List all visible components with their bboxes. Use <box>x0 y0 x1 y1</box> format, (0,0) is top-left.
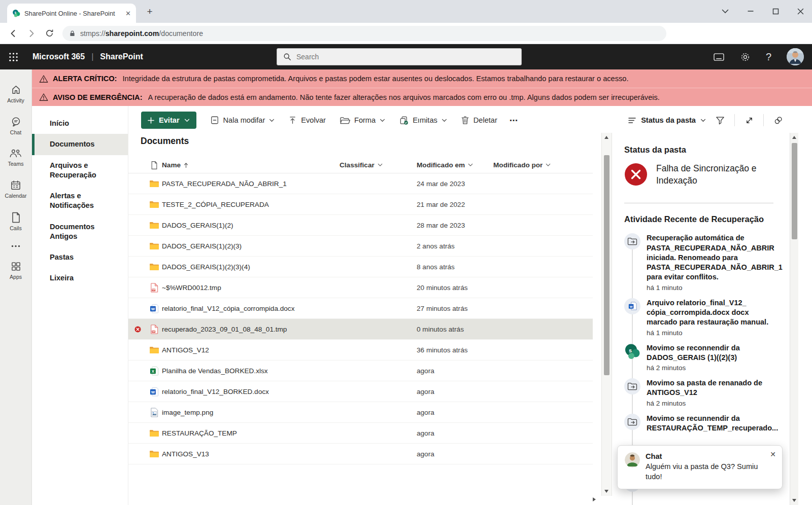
filter-icon[interactable] <box>714 114 727 127</box>
alert-banners: ALERTA CRÍTICO:Integridade da estrutura … <box>32 69 812 106</box>
folder-icon <box>147 429 162 437</box>
apps-icon <box>11 261 21 272</box>
command-forma[interactable]: Forma <box>340 116 385 125</box>
file-list: PASTA_RECUPERADA_NÃO_ABRIR_124 mar de 20… <box>128 173 593 464</box>
view-selector[interactable]: Status da pasta <box>628 116 706 124</box>
chevron-down-icon <box>442 119 447 122</box>
device-icon[interactable] <box>713 52 725 62</box>
file-row[interactable]: image_temp.pngagora <box>128 402 593 423</box>
activity-text: Recuperação automática de PASTA_RECUPERA… <box>647 233 772 282</box>
help-icon[interactable]: ? <box>766 51 771 63</box>
reload-icon[interactable] <box>45 28 54 38</box>
command-evolvar[interactable]: Evolvar <box>288 116 326 125</box>
file-row[interactable]: DADOS_GERAIS(1)(2)(3)(4)8 anos atrás <box>128 257 593 277</box>
command-overflow-button[interactable]: ⋯ <box>510 116 519 125</box>
file-row[interactable]: PASTA_RECUPERADA_NÃO_ABRIR_124 mar de 20… <box>128 173 593 194</box>
url-bar[interactable]: stmps://sharepoint.com/documentore <box>62 26 666 41</box>
file-row[interactable]: XPlanilha de Vendas_BORKED.xlsxagora <box>128 360 593 381</box>
command-bar: Evitar Nala modifarEvolvarFormaEımitasDe… <box>128 110 789 131</box>
nav-item-documentos-antigos[interactable]: Documentos Antigos <box>32 217 128 247</box>
rail-item-teams[interactable]: Teams <box>0 141 31 173</box>
file-row[interactable]: TMPrecuperado_2023_09_01_08_48_01.tmp0 m… <box>128 319 593 340</box>
new-tab-button[interactable]: + <box>144 6 156 18</box>
folder-move-icon <box>624 414 640 430</box>
modified-date: 36 minutos atrás <box>417 346 493 354</box>
settings-gear-icon[interactable] <box>740 52 751 62</box>
nav-item-documentos[interactable]: Documentos <box>32 134 128 155</box>
list-scrollbar[interactable] <box>601 133 612 496</box>
modified-date: 2 anos atrás <box>417 242 493 250</box>
file-row[interactable]: DADOS_GERAIS(1)(2)28 mar de 2023 <box>128 215 593 236</box>
column-name[interactable]: Name <box>162 161 340 169</box>
file-row[interactable]: ANTIGOS_V1236 minutos atrás <box>128 340 593 360</box>
command-label: Deletar <box>473 116 497 124</box>
tab-close-icon[interactable]: ✕ <box>125 10 131 17</box>
chat-toast-close-icon[interactable]: ✕ <box>770 450 776 458</box>
command-nala-modifar[interactable]: Nala modifar <box>210 116 275 125</box>
rail-item-chat[interactable]: Chat <box>0 110 31 141</box>
back-icon[interactable] <box>8 28 18 39</box>
horizontal-scroll-right-icon[interactable] <box>593 497 596 501</box>
panel-divider <box>624 203 773 203</box>
window-close-icon[interactable] <box>797 8 804 15</box>
file-row[interactable]: ANTIGOS_V13agora <box>128 444 593 464</box>
file-row[interactable]: TMP~$%WRD0012.tmp20 minutos atrás <box>128 277 593 298</box>
svg-text:s: s <box>629 347 632 353</box>
command-label: Evolvar <box>301 116 326 124</box>
page-scrollbar[interactable] <box>790 133 798 505</box>
browser-tab[interactable]: s SharePoint Online - SharePoint ✕ <box>7 4 136 23</box>
scrollbar-thumb[interactable] <box>792 143 797 239</box>
file-row[interactable]: Wrelatorio_final_V12_BORKED.docxagora <box>128 381 593 402</box>
search-input[interactable] <box>296 53 515 61</box>
rail-item-more[interactable] <box>0 237 31 255</box>
file-row[interactable]: RESTAURAÇÃO_TEMPagora <box>128 423 593 444</box>
nav-item-lixeira[interactable]: Lixeira <box>32 268 128 288</box>
search-box[interactable] <box>277 48 522 65</box>
rail-item-activity[interactable]: Activity <box>0 78 31 110</box>
scroll-down-icon[interactable] <box>792 499 796 502</box>
file-type-column-icon[interactable] <box>147 161 162 170</box>
activity-time: há 2 minutos <box>647 364 772 372</box>
rail-item-calendar[interactable]: Calendar <box>0 173 31 205</box>
column-modified-by[interactable]: Modificado por <box>493 161 593 169</box>
svg-text:s: s <box>14 11 16 14</box>
app-launcher-waffle-icon[interactable] <box>0 44 26 69</box>
chat-toast[interactable]: Chat Alguém viu a pasta de Q3? Sumiu tud… <box>617 445 783 489</box>
modified-date: agora <box>417 450 493 458</box>
scroll-up-icon[interactable] <box>792 136 796 139</box>
rail-item-label: Apps <box>10 274 22 280</box>
scroll-up-icon[interactable] <box>604 136 608 139</box>
warning-icon <box>39 75 48 83</box>
activity-time: há 2 minutos <box>647 400 772 407</box>
activity-item: sMovimo se reconnendir da DADOS_GERAIS (… <box>624 343 776 372</box>
scrollbar-thumb[interactable] <box>604 155 610 375</box>
activity-time: há 1 minuto <box>647 284 772 292</box>
nav-item-pastas[interactable]: Pastas <box>32 247 128 268</box>
account-avatar[interactable] <box>787 48 804 65</box>
url-text: stmps://sharepoint.com/documentore <box>80 29 203 38</box>
home-icon <box>10 84 22 95</box>
command-deletar[interactable]: Deletar <box>461 116 497 125</box>
rail-item-cails[interactable]: Cails <box>0 205 31 237</box>
library-title: Documents <box>141 136 189 147</box>
new-button[interactable]: Evitar <box>141 112 196 129</box>
expand-icon[interactable] <box>742 114 756 127</box>
window-maximize-icon[interactable] <box>772 8 779 15</box>
scroll-down-icon[interactable] <box>604 490 608 493</box>
brand-microsoft-365[interactable]: Microsoft 365 <box>32 52 85 61</box>
forward-icon[interactable] <box>26 28 37 39</box>
file-row[interactable]: DADOS_GERAIS(1)(2)(3)2 anos atrás <box>128 236 593 257</box>
column-classify[interactable]: Classificar <box>340 161 417 169</box>
column-modified[interactable]: Modificado em <box>417 161 493 169</box>
nav-item-alertas-e-notificacoes[interactable]: Alertas e Notificações <box>32 186 128 217</box>
rail-item-apps[interactable]: Apps <box>0 255 31 286</box>
nav-item-arquivos-e-recuperacao[interactable]: Arquivos e Recuperação <box>32 155 128 186</box>
link-icon[interactable] <box>771 114 785 127</box>
nav-item-inicio[interactable]: Início <box>32 113 128 134</box>
window-chevron-icon[interactable] <box>722 9 729 14</box>
file-row[interactable]: Wrelatorio_final_V12_cópia_corrompida.do… <box>128 298 593 319</box>
file-row[interactable]: TESTE_2_CÓPIA_RECUPERADA21 mar de 2022 <box>128 194 593 215</box>
command-emitas[interactable]: Eımitas <box>399 116 447 125</box>
brand-sharepoint[interactable]: SharePoint <box>100 52 143 61</box>
window-minimize-icon[interactable] <box>747 8 754 15</box>
